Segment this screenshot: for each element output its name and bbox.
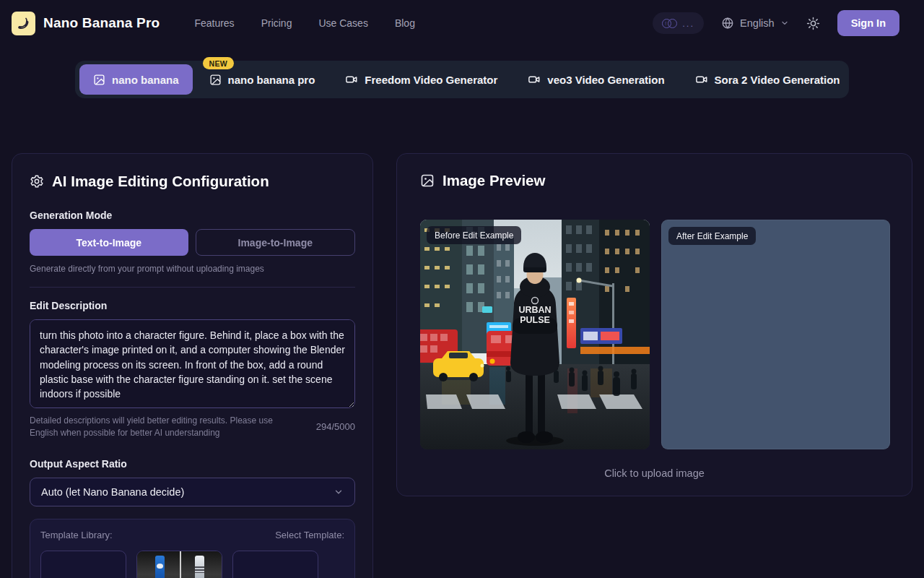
- theme-toggle-sun-icon[interactable]: [806, 17, 820, 30]
- sign-in-button[interactable]: Sign In: [837, 10, 899, 36]
- template-library-header: Template Library: Select Template:: [40, 530, 344, 540]
- generation-mode-toggle: Text-to-Image Image-to-Image: [30, 229, 355, 256]
- edit-description-label: Edit Description: [30, 300, 355, 311]
- template-card-empty-1[interactable]: [40, 551, 126, 578]
- tab-nano-banana-pro[interactable]: NEW nano banana pro: [196, 64, 329, 95]
- tab-sora-2-video-generation[interactable]: Sora 2 Video Generation: [681, 64, 854, 95]
- hoodie-text-line1: URBAN: [518, 305, 551, 315]
- nav-link-pricing[interactable]: Pricing: [261, 17, 292, 29]
- tab-label: nano banana pro: [228, 74, 315, 86]
- navbar: Nano Banana Pro Features Pricing Use Cas…: [0, 0, 924, 46]
- config-title-text: AI Image Editing Configuration: [52, 173, 269, 190]
- tab-label: Freedom Video Generator: [365, 74, 497, 86]
- character-counter: 294/5000: [316, 421, 355, 432]
- image-preview-panel: Image Preview Before Edit Example: [396, 153, 912, 496]
- divider-line: [180, 551, 181, 578]
- blue-can-graphic: [155, 556, 165, 578]
- silver-can-graphic: [195, 556, 204, 578]
- template-card-empty-2[interactable]: [232, 551, 318, 578]
- primary-nav: Features Pricing Use Cases Blog: [194, 17, 415, 29]
- template-library-box: Template Library: Select Template:: [30, 519, 355, 578]
- language-label: English: [740, 17, 775, 29]
- tab-nano-banana[interactable]: nano banana: [79, 64, 193, 95]
- main-content: AI Image Editing Configuration Generatio…: [0, 153, 924, 578]
- nav-link-blog[interactable]: Blog: [395, 17, 415, 29]
- upload-hint-text[interactable]: Click to upload image: [420, 467, 889, 479]
- aspect-ratio-selected-value: Auto (let Nano Banana decide): [41, 486, 184, 498]
- credits-loading-text: ...: [682, 18, 694, 29]
- aspect-ratio-select[interactable]: Auto (let Nano Banana decide): [30, 478, 355, 506]
- language-selector[interactable]: English: [721, 17, 789, 30]
- coin-icon: [668, 19, 677, 28]
- tab-freedom-video-generator[interactable]: Freedom Video Generator: [331, 64, 511, 95]
- tab-veo3-video-generation[interactable]: veo3 Video Generation: [514, 64, 678, 95]
- preview-panel-title: Image Preview: [420, 172, 889, 189]
- before-edit-badge: Before Edit Example: [427, 226, 521, 244]
- before-edit-example-image[interactable]: Before Edit Example: [420, 220, 650, 449]
- edit-description-input[interactable]: turn this photo into a character figure.…: [30, 319, 355, 408]
- nav-link-use-cases[interactable]: Use Cases: [318, 17, 367, 29]
- video-camera-icon: [528, 73, 541, 86]
- video-camera-icon: [695, 73, 708, 86]
- after-edit-example-panel[interactable]: After Edit Example: [661, 220, 890, 449]
- template-card-cans[interactable]: [136, 551, 222, 578]
- image-to-image-button[interactable]: Image-to-Image: [196, 229, 356, 256]
- edit-description-help: Detailed descriptions will yield better …: [30, 415, 295, 439]
- generation-mode-label: Generation Mode: [30, 210, 355, 221]
- preview-title-text: Image Preview: [443, 172, 545, 189]
- image-icon: [93, 74, 105, 86]
- navbar-right: ! ... English Sign In: [653, 10, 899, 36]
- preview-images-row: Before Edit Example: [420, 220, 889, 449]
- gear-icon: [30, 174, 44, 189]
- brand-title: Nano Banana Pro: [43, 15, 160, 31]
- template-library-label: Template Library:: [40, 530, 113, 540]
- banana-logo-icon[interactable]: [12, 12, 35, 35]
- two-cans-thumbnail: [137, 551, 222, 578]
- chevron-down-icon: [334, 487, 344, 497]
- generator-tabbar: nano banana NEW nano banana pro Freedom …: [75, 61, 849, 98]
- hoodie-text-line2: PULSE: [520, 315, 550, 325]
- chevron-down-icon: [780, 19, 789, 27]
- tab-label: Sora 2 Video Generation: [715, 74, 840, 86]
- globe-icon: [721, 17, 734, 30]
- text-to-image-button[interactable]: Text-to-Image: [30, 229, 188, 256]
- generation-mode-help: Generate directly from your prompt witho…: [30, 264, 355, 274]
- tab-label: nano banana: [112, 74, 179, 86]
- tab-label: veo3 Video Generation: [547, 74, 664, 86]
- template-card-list: [40, 551, 344, 578]
- description-meta-row: Detailed descriptions will yield better …: [30, 415, 355, 439]
- select-template-label: Select Template:: [275, 530, 344, 540]
- aspect-ratio-label: Output Aspect Ratio: [30, 458, 355, 470]
- city-street-illustration: URBAN PULSE: [420, 220, 650, 449]
- credits-pill[interactable]: ! ...: [653, 12, 704, 34]
- config-panel-title: AI Image Editing Configuration: [30, 173, 355, 190]
- image-icon: [420, 173, 435, 188]
- divider: [30, 287, 355, 288]
- after-edit-badge: After Edit Example: [668, 227, 756, 245]
- nav-link-features[interactable]: Features: [194, 17, 234, 29]
- new-badge: NEW: [203, 57, 234, 69]
- config-panel: AI Image Editing Configuration Generatio…: [12, 153, 373, 578]
- video-camera-icon: [345, 73, 358, 86]
- image-icon: [209, 74, 222, 86]
